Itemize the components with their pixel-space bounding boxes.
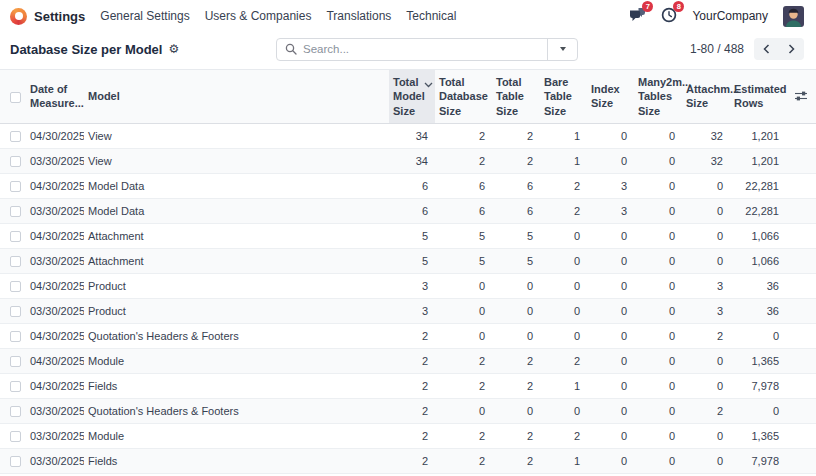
action-gear-icon[interactable]: ⚙ — [168, 43, 179, 55]
model-cell: View — [84, 123, 389, 148]
table-row[interactable]: 03/30/2025View3422100321,201 — [0, 148, 816, 173]
row-select-cell[interactable] — [0, 448, 26, 473]
control-panel: Database Size per Model ⚙ 1-80 / 488 — [0, 32, 816, 66]
select-all-cell[interactable] — [0, 70, 26, 124]
value-cell: 1 — [540, 373, 587, 398]
value-cell: 2 — [540, 198, 587, 223]
row-checkbox[interactable] — [10, 181, 21, 192]
model-cell: Quotation's Headers & Footers — [84, 398, 389, 423]
table-row[interactable]: 03/30/2025Attachment55500001,066 — [0, 248, 816, 273]
date-cell: 03/30/2025 — [26, 398, 84, 423]
row-checkbox[interactable] — [10, 406, 21, 417]
value-cell: 2 — [682, 323, 730, 348]
row-checkbox[interactable] — [10, 156, 21, 167]
activities-button[interactable]: 8 — [661, 7, 677, 26]
column-header-index-size[interactable]: Index Size — [587, 70, 634, 124]
optional-columns-cell[interactable] — [786, 70, 816, 124]
search-input[interactable] — [297, 43, 547, 55]
value-cell: 0 — [587, 223, 634, 248]
pager-previous-button[interactable] — [754, 38, 779, 60]
date-cell: 03/30/2025 — [26, 148, 84, 173]
row-select-cell[interactable] — [0, 173, 26, 198]
table-row[interactable]: 04/30/2025Module22220001,365 — [0, 348, 816, 373]
value-cell: 0 — [634, 198, 682, 223]
row-checkbox[interactable] — [10, 306, 21, 317]
row-checkbox[interactable] — [10, 281, 21, 292]
row-end-spacer — [786, 273, 816, 298]
select-all-checkbox[interactable] — [10, 92, 21, 103]
app-switcher[interactable]: Settings — [10, 8, 85, 25]
pager-next-button[interactable] — [779, 38, 804, 60]
table-row[interactable]: 04/30/2025Product300000336 — [0, 273, 816, 298]
search-bar[interactable] — [276, 38, 578, 61]
row-checkbox[interactable] — [10, 256, 21, 267]
row-checkbox[interactable] — [10, 206, 21, 217]
table-row[interactable]: 03/30/2025Quotation's Headers & Footers2… — [0, 398, 816, 423]
row-select-cell[interactable] — [0, 248, 26, 273]
row-select-cell[interactable] — [0, 323, 26, 348]
row-select-cell[interactable] — [0, 148, 26, 173]
row-select-cell[interactable] — [0, 398, 26, 423]
row-select-cell[interactable] — [0, 123, 26, 148]
company-name[interactable]: YourCompany — [692, 9, 768, 23]
pager-buttons — [754, 38, 804, 60]
table-row[interactable]: 03/30/2025Product300000336 — [0, 298, 816, 323]
row-checkbox[interactable] — [10, 231, 21, 242]
value-cell: 3 — [389, 298, 435, 323]
nav-menu-item-technical[interactable]: Technical — [406, 9, 456, 23]
column-header-model[interactable]: Model — [84, 70, 389, 124]
row-checkbox[interactable] — [10, 381, 21, 392]
table-row[interactable]: 03/30/2025Module22220001,365 — [0, 423, 816, 448]
search-dropdown-toggle[interactable] — [547, 39, 577, 60]
optional-columns-icon[interactable] — [786, 90, 816, 102]
user-avatar[interactable] — [783, 6, 804, 27]
nav-menu-item-users-companies[interactable]: Users & Companies — [205, 9, 312, 23]
column-header-total-table-size[interactable]: Total Table Size — [492, 70, 540, 124]
model-cell: Quotation's Headers & Footers — [84, 323, 389, 348]
row-end-spacer — [786, 348, 816, 373]
nav-menu-item-general-settings[interactable]: General Settings — [100, 9, 189, 23]
row-select-cell[interactable] — [0, 373, 26, 398]
table-row[interactable]: 04/30/2025Fields22210007,978 — [0, 373, 816, 398]
value-cell: 0 — [634, 348, 682, 373]
pager-range: 1-80 / 488 — [690, 42, 744, 56]
column-header-estimated-rows[interactable]: Estimated Rows — [730, 70, 786, 124]
value-cell: 3 — [682, 298, 730, 323]
row-checkbox[interactable] — [10, 331, 21, 342]
table-row[interactable]: 03/30/2025Fields22210007,978 — [0, 448, 816, 473]
row-select-cell[interactable] — [0, 198, 26, 223]
value-cell: 2 — [492, 423, 540, 448]
row-checkbox[interactable] — [10, 431, 21, 442]
row-checkbox[interactable] — [10, 456, 21, 467]
value-cell: 36 — [730, 298, 786, 323]
column-header-total-model-size[interactable]: Total Model Size — [389, 70, 435, 124]
column-header-total-database-size[interactable]: Total Database Size — [435, 70, 492, 124]
row-select-cell[interactable] — [0, 423, 26, 448]
table-row[interactable]: 04/30/2025View3422100321,201 — [0, 123, 816, 148]
table-row[interactable]: 04/30/2025Model Data666230022,281 — [0, 173, 816, 198]
value-cell: 0 — [682, 423, 730, 448]
value-cell: 32 — [682, 123, 730, 148]
table-row[interactable]: 04/30/2025Attachment55500001,066 — [0, 223, 816, 248]
table-row[interactable]: 04/30/2025Quotation's Headers & Footers2… — [0, 323, 816, 348]
column-header-bare-table-size[interactable]: Bare Table Size — [540, 70, 587, 124]
row-end-spacer — [786, 198, 816, 223]
value-cell: 0 — [587, 423, 634, 448]
row-select-cell[interactable] — [0, 223, 26, 248]
row-end-spacer — [786, 398, 816, 423]
top-nav: Settings General SettingsUsers & Compani… — [0, 0, 816, 32]
model-cell: Attachment — [84, 248, 389, 273]
messages-button[interactable]: 7 — [629, 7, 646, 25]
row-checkbox[interactable] — [10, 356, 21, 367]
row-select-cell[interactable] — [0, 273, 26, 298]
nav-menu-item-translations[interactable]: Translations — [326, 9, 391, 23]
column-header-date[interactable]: Date of Measure... — [26, 70, 84, 124]
table-row[interactable]: 03/30/2025Model Data666230022,281 — [0, 198, 816, 223]
column-header-many2m-tables-size[interactable]: Many2m... Tables Size — [634, 70, 682, 124]
row-checkbox[interactable] — [10, 131, 21, 142]
value-cell: 0 — [540, 298, 587, 323]
model-cell: Model Data — [84, 173, 389, 198]
row-select-cell[interactable] — [0, 298, 26, 323]
row-select-cell[interactable] — [0, 348, 26, 373]
value-cell: 0 — [587, 348, 634, 373]
